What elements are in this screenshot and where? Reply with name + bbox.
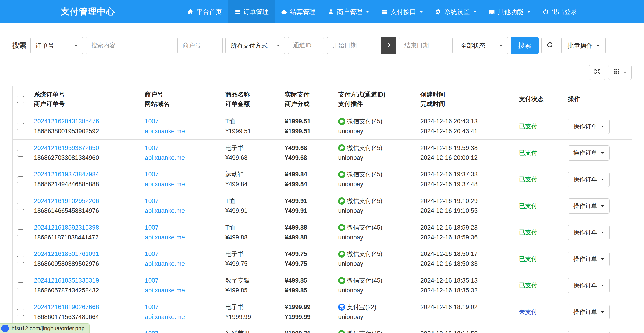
nav-item-home[interactable]: 平台首页	[181, 0, 228, 24]
select-all-checkbox[interactable]	[17, 96, 24, 103]
system-order-link[interactable]: 2024121620431385476	[34, 118, 99, 125]
order-amount: ¥1999.99	[225, 312, 275, 322]
start-date-input[interactable]	[327, 37, 381, 54]
status-badge: 未支付	[519, 308, 538, 315]
merchant-id-link[interactable]: 1007	[145, 330, 159, 333]
search-type-select[interactable]: 订单号	[30, 37, 83, 54]
row-checkbox[interactable]	[17, 203, 24, 210]
row-checkbox[interactable]	[17, 309, 24, 316]
order-action-button[interactable]: 操作订单	[568, 198, 610, 214]
nav-item-label: 商户管理	[337, 8, 362, 16]
domain-link[interactable]: api.xuanke.me	[145, 207, 185, 214]
end-date-input[interactable]	[399, 37, 452, 54]
row-checkbox[interactable]	[17, 176, 24, 183]
system-order-link[interactable]: 2024121619102952206	[34, 198, 99, 204]
order-action-button[interactable]: 操作订单	[568, 146, 610, 160]
merchant-id-link[interactable]: 1007	[145, 198, 159, 204]
merchant-id-input[interactable]	[178, 37, 222, 54]
wechat-pay-icon	[338, 224, 345, 231]
row-checkbox-cell	[12, 299, 29, 326]
domain-link[interactable]: api.xuanke.me	[145, 314, 185, 320]
search-button[interactable]: 搜索	[511, 37, 538, 54]
merchant-id-link[interactable]: 1007	[145, 277, 159, 284]
domain-link[interactable]: api.xuanke.me	[145, 260, 185, 267]
merchant-share: ¥1999.99	[285, 312, 328, 322]
order-action-label: 操作订单	[574, 255, 597, 263]
nav-item-settings[interactable]: 系统设置	[429, 0, 482, 24]
table-row: 2024121618501761091 1868609580389502976 …	[12, 246, 632, 272]
domain-link[interactable]: api.xuanke.me	[145, 128, 185, 134]
chat-widget-icon[interactable]	[1, 324, 9, 332]
row-checkbox[interactable]	[17, 123, 24, 130]
caret-down-icon	[601, 126, 604, 127]
nav-item-merchants[interactable]: 商户管理	[322, 0, 375, 24]
row-checkbox[interactable]	[17, 282, 24, 289]
merchant-order-number: 1868611871838441472	[34, 232, 135, 242]
columns-button[interactable]	[608, 65, 632, 80]
order-action-button[interactable]: 操作订单	[568, 119, 610, 134]
status-select[interactable]: 全部状态	[456, 37, 508, 54]
order-amount: ¥499.85	[225, 286, 275, 296]
caret-down-icon	[601, 284, 604, 286]
order-amount: ¥1999.51	[225, 126, 275, 136]
merchant-id-link[interactable]: 1007	[145, 144, 159, 151]
domain-link[interactable]: api.xuanke.me	[145, 154, 185, 161]
nav-item-pay-api[interactable]: 支付接口	[375, 0, 429, 24]
order-action-button[interactable]: 操作订单	[568, 225, 610, 240]
search-keyword-input[interactable]	[86, 37, 174, 54]
refresh-button[interactable]	[541, 37, 558, 54]
nav-item-settlement[interactable]: 结算管理	[275, 0, 322, 24]
bulk-actions-button[interactable]: 批量操作	[562, 37, 606, 54]
created-time: 2024-12-16 18:14:50	[420, 329, 509, 333]
created-time: 2024-12-16 19:37:38	[420, 170, 509, 179]
paid-amount: ¥1999.51	[285, 116, 328, 126]
order-action-button[interactable]: 操作订单	[568, 252, 610, 267]
payment-admin-page: 支付管理中心 平台首页订单管理结算管理商户管理支付接口系统设置其他功能退出登录 …	[0, 0, 644, 333]
domain-link[interactable]: api.xuanke.me	[145, 234, 185, 241]
col-header-product: 商品名称订单金额	[220, 86, 280, 113]
nav-item-orders[interactable]: 订单管理	[228, 0, 275, 24]
row-checkbox[interactable]	[17, 229, 24, 236]
order-amount: ¥499.88	[225, 232, 275, 242]
channel-id-input[interactable]	[288, 37, 324, 54]
order-action-label: 操作订单	[574, 202, 597, 210]
refresh-icon	[546, 42, 553, 50]
fullscreen-button[interactable]	[589, 65, 606, 80]
merchant-share: ¥499.91	[285, 206, 328, 216]
merchant-id-link[interactable]: 1007	[145, 304, 159, 310]
order-amount: ¥499.68	[225, 153, 275, 163]
system-order-link[interactable]: 2024121618592315398	[34, 224, 99, 231]
col-header-actions: 操作	[563, 86, 632, 113]
caret-down-icon	[420, 11, 423, 12]
nav-item-misc[interactable]: 其他功能	[483, 0, 536, 24]
system-order-link[interactable]: 2024121619373847984	[34, 171, 99, 178]
system-order-link[interactable]: 2024121618501761091	[34, 250, 99, 257]
nav-item-logout[interactable]: 退出登录	[536, 0, 583, 24]
merchant-id-link[interactable]: 1007	[145, 224, 159, 231]
status-badge: 已支付	[519, 123, 538, 130]
pay-method-select[interactable]: 所有支付方式	[225, 37, 285, 54]
row-checkbox[interactable]	[17, 256, 24, 263]
paid-amount: ¥499.84	[285, 170, 328, 179]
product-name: 数字专辑	[225, 276, 275, 286]
merchant-id-link[interactable]: 1007	[145, 171, 159, 178]
date-range-arrow-button[interactable]	[381, 37, 396, 54]
domain-link[interactable]: api.xuanke.me	[145, 287, 185, 294]
merchant-id-link[interactable]: 1007	[145, 118, 159, 125]
order-action-button[interactable]: 操作订单	[568, 304, 610, 320]
system-order-link[interactable]: 2024121618190267668	[34, 304, 99, 310]
pay-method-name: 微信支付(45)	[347, 170, 382, 179]
system-order-link[interactable]: 2024121619593872650	[34, 144, 99, 151]
merchant-id-link[interactable]: 1007	[145, 250, 159, 257]
order-action-button[interactable]: 操作订单	[568, 172, 610, 187]
table-header-row: 系统订单号商户订单号 商户号网站域名 商品名称订单金额 实际支付商户分成 支付方…	[12, 86, 632, 113]
date-range-group	[327, 37, 396, 54]
merchant-share: ¥499.75	[285, 259, 328, 269]
row-checkbox[interactable]	[17, 150, 24, 157]
order-action-button[interactable]: 操作订单	[568, 331, 610, 333]
system-order-link[interactable]: 2024121618351335319	[34, 277, 99, 284]
domain-link[interactable]: api.xuanke.me	[145, 181, 185, 188]
order-action-button[interactable]: 操作订单	[568, 278, 610, 293]
product-name: 电子书	[225, 302, 275, 312]
product-name: T恤	[225, 223, 275, 232]
